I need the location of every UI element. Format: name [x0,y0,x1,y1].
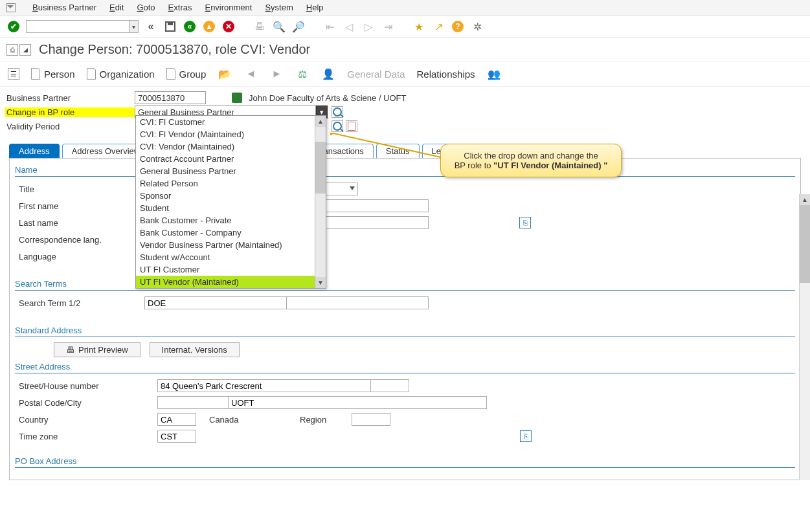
country-code-input[interactable] [157,413,196,426]
menu-goto[interactable]: Goto [137,3,155,12]
person-icon [232,93,242,103]
bp-header-area: Business Partner 7000513870 John Doe Fac… [0,87,810,133]
role-option[interactable]: Sponsor [136,190,326,202]
role-option[interactable]: UT FI Vendor (Maintained) [136,276,326,288]
print-preview-button[interactable]: 🖶 Print Preview [54,342,141,357]
menu-environment[interactable]: Environment [205,3,252,12]
role-option[interactable]: UT FI Customer [136,263,326,276]
create-group[interactable]: Group [166,68,207,80]
back-double-icon[interactable]: « [144,19,158,34]
corr-lang-label: Correspondence lang. [15,235,144,245]
locate-icon[interactable]: ⎙ [6,44,18,56]
group-search: Search Terms [15,279,795,291]
group-std-address: Standard Address [15,326,795,337]
create-person[interactable]: Person [31,68,75,80]
command-field[interactable] [26,20,129,33]
enter-button[interactable]: ✔ [6,19,21,34]
postal-label: Postal Code/City [15,398,157,408]
role-option[interactable]: CVI: Vendor (Maintained) [136,140,326,153]
scroll-thumb[interactable] [800,205,810,283]
role-option[interactable]: CVI: FI Vendor (Maintained) [136,128,326,140]
role-option[interactable]: Contract Account Partner [136,153,326,165]
open-folder-icon[interactable]: 📂 [218,67,232,81]
validity-copy-icon[interactable] [346,120,357,132]
address-tab-content: Name Title First name Last name ⎘ Corres… [9,158,801,480]
find-icon: 🔍 [272,19,286,34]
role-option[interactable]: Bank Customer - Company [136,227,326,239]
menu-help[interactable]: Help [306,3,324,12]
create-organization[interactable]: Organization [87,68,155,80]
search-help-icon[interactable] [332,106,343,118]
scroll-down-arrow[interactable]: ▼ [315,277,326,288]
menu-business-partner[interactable]: Business Partner [32,3,96,12]
scroll-thumb[interactable] [315,142,326,194]
nav-back-icon: ◄ [243,67,258,81]
general-data-tab[interactable]: General Data [347,69,405,80]
menu-indicator-icon [6,3,16,12]
group-street-address: Street Address [15,362,795,373]
role-option[interactable]: Related Person [136,177,326,190]
new-session-icon[interactable]: ★ [412,19,426,34]
country-label: Country [15,415,157,425]
region-input[interactable] [352,413,390,426]
person-config-icon[interactable]: 👤 [321,67,335,81]
customize-icon[interactable]: ✲ [470,19,484,34]
street-label: Street/House number [15,381,157,391]
postal-code-input[interactable] [157,396,229,409]
switch-icon[interactable]: ◢ [19,44,31,56]
street-input[interactable] [157,379,371,392]
tab-status[interactable]: Status [376,144,420,158]
find-next-icon: 🔎 [291,19,306,34]
worklist-icon[interactable]: ☰ [8,68,19,80]
content-scrollbar[interactable]: ▲ [799,194,810,480]
validity-label: Validity Period [5,122,135,131]
search-term-1-input[interactable] [144,296,287,309]
timezone-label: Time zone [15,432,157,441]
name-details-icon[interactable]: ⎘ [519,217,531,228]
page-icon [31,68,40,80]
help-icon[interactable]: ? [451,19,465,34]
role-option[interactable]: Bank Customer - Private [136,214,326,227]
bp-description: John Doe Faculty of Arts & Sciene / UOFT [249,93,406,103]
menu-extras[interactable]: Extras [168,3,192,12]
save-icon[interactable] [163,19,177,34]
house-number-input[interactable] [370,379,409,392]
instruction-callout: Click the drop down and change the BP ro… [440,144,622,177]
bp-number-field[interactable]: 7000513870 [135,91,206,104]
dropdown-scrollbar[interactable]: ▲ ▼ [315,116,326,288]
change-role-label: Change in BP role [5,107,135,117]
menu-system[interactable]: System [265,3,293,12]
role-option[interactable]: Vendor Business Partner (Maintained) [136,239,326,251]
title-bar: ⎙ ◢ Change Person: 7000513870, role CVI:… [0,38,810,61]
search-term-label: Search Term 1/2 [15,298,144,308]
menu-edit[interactable]: Edit [109,3,124,12]
command-field-wrap: ▾ [26,20,139,33]
tab-address[interactable]: Address [9,144,60,158]
title-tool-icons: ⎙ ◢ [6,44,31,56]
role-option[interactable]: CVI: FI Customer [136,116,326,128]
generate-shortcut-icon[interactable]: ↗ [431,19,445,34]
timezone-input[interactable] [157,430,196,443]
group-pobox: PO Box Address [15,456,795,468]
check-icon[interactable]: ⚖ [295,67,309,81]
intl-versions-button[interactable]: Internat. Versions [150,342,240,357]
role-option[interactable]: Student [136,202,326,214]
relationships-icon[interactable]: 👥 [487,67,501,81]
menu-bar: Business Partner Edit Goto Extras Enviro… [0,0,810,16]
exit-button[interactable]: ▲ [202,19,216,34]
cancel-button[interactable]: ✕ [221,19,236,34]
address-details-icon[interactable]: ⎘ [520,430,532,442]
role-option[interactable]: Student w/Account [136,251,326,263]
first-page-icon: ⇤ [322,19,337,34]
city-input[interactable] [228,396,487,409]
back-button[interactable]: « [183,19,197,34]
role-option[interactable]: General Business Partner [136,165,326,177]
relationships-tab[interactable]: Relationships [417,69,475,80]
scroll-up-arrow[interactable]: ▲ [315,116,326,127]
command-field-dropdown[interactable]: ▾ [129,20,139,33]
tab-strip: AddressAddress OverviewIdentificationCon… [9,144,810,158]
validity-search-icon[interactable] [332,120,343,132]
group-name: Name [15,165,795,177]
scroll-up-icon[interactable]: ▲ [800,194,810,205]
search-term-2-input[interactable] [286,296,429,309]
